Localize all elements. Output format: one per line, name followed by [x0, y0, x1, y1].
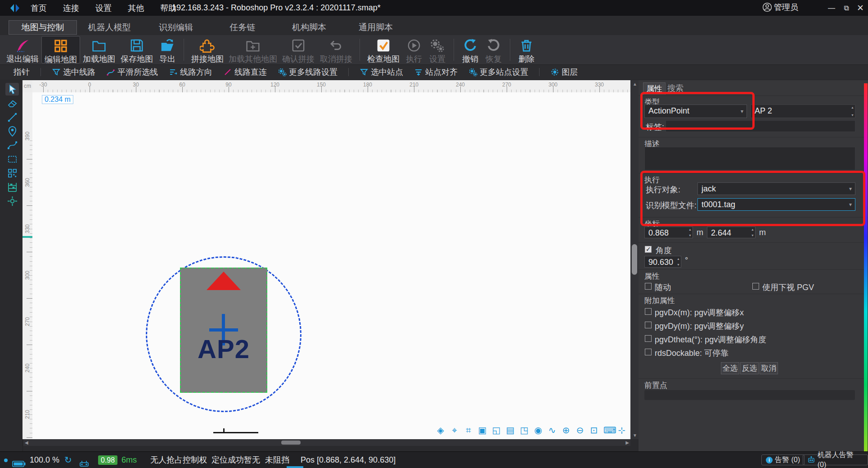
extra-attr-checkbox[interactable] — [645, 349, 652, 355]
delete-button[interactable]: 删除 — [515, 36, 538, 64]
extra-attr-checkbox[interactable] — [645, 308, 652, 315]
zoom-out-icon[interactable]: ⊖ — [576, 425, 585, 436]
spinner-arrows-icon[interactable]: ▲▼ — [677, 257, 680, 266]
pose-icon[interactable]: ⌖ — [450, 425, 459, 436]
downward-pgv-checkbox[interactable] — [752, 283, 759, 290]
pan-icon[interactable]: ⊹ — [617, 425, 626, 436]
zoom-window-icon[interactable]: ▣ — [478, 425, 487, 436]
close-button[interactable]: ✕ — [854, 0, 867, 16]
line-tool[interactable] — [5, 111, 19, 123]
visibility-icon[interactable]: ◉ — [534, 425, 543, 436]
alarm-button[interactable]: i 告警 (0) — [761, 454, 805, 465]
front-point-list[interactable] — [644, 390, 855, 400]
tab-task-chain[interactable]: 任务链 — [209, 21, 276, 34]
undo-button[interactable]: 撤销 — [459, 36, 482, 64]
zoom-in-icon[interactable]: ⊕ — [562, 425, 571, 436]
menu-other[interactable]: 其他 — [125, 2, 147, 14]
panel-tab-properties[interactable]: 属性 — [643, 82, 666, 95]
select-station-tool[interactable]: 选中站点 — [360, 67, 403, 77]
minimize-button[interactable]: — — [825, 0, 838, 16]
menu-settings[interactable]: 设置 — [93, 2, 114, 14]
coord-y-spinner[interactable]: 2.644 ▲▼ — [707, 227, 756, 238]
tag-input[interactable] — [666, 120, 855, 132]
horizontal-scroll-handle[interactable] — [281, 441, 301, 445]
tag-icon[interactable]: ◈ — [436, 425, 445, 436]
more-route-settings-tool[interactable]: 更多线路设置 — [278, 67, 337, 77]
load-other-map-button[interactable]: 加载其他地图 — [226, 36, 279, 64]
scroll-down-icon[interactable]: ▼ — [633, 433, 637, 438]
export-image-icon[interactable]: ◳ — [520, 425, 529, 436]
zoom-fit-icon[interactable]: ⊡ — [589, 425, 598, 436]
route-tool[interactable] — [5, 139, 19, 151]
menu-connect[interactable]: 连接 — [60, 2, 82, 14]
vertical-scrollbar[interactable]: ▲ ▼ — [630, 80, 639, 439]
instance-spinner[interactable]: AP 2 ▲▼ — [751, 105, 855, 118]
coord-x-spinner[interactable]: 0.868 ▲▼ — [644, 227, 693, 238]
spinner-arrows-icon[interactable]: ▲▼ — [751, 228, 754, 237]
smooth-route-tool[interactable]: 平滑所选线 — [106, 67, 158, 77]
qrcode-tool[interactable] — [5, 167, 19, 179]
horizontal-scrollbar[interactable]: ◀ ▶ — [23, 439, 630, 446]
route-direction-tool[interactable]: 线路方向 — [169, 67, 212, 77]
battery-percent: 100.0 % — [30, 452, 59, 468]
type-dropdown[interactable]: ActionPoint ▾ — [644, 105, 747, 118]
snapshot-icon[interactable]: ▤ — [506, 425, 515, 436]
panel-tab-search[interactable]: 搜索 — [665, 82, 686, 94]
select-route-tool[interactable]: 选中线路 — [52, 67, 95, 77]
exec-target-dropdown[interactable]: jack ▾ — [697, 182, 855, 195]
invert-selection-button[interactable]: 反选 — [740, 362, 759, 374]
shelf-tool[interactable] — [5, 181, 19, 193]
restore-button[interactable]: ⧉ — [840, 0, 853, 16]
settings-button[interactable]: 设置 — [426, 36, 449, 64]
tab-general-script[interactable]: 通用脚本 — [342, 21, 409, 34]
spinner-arrows-icon[interactable]: ▲▼ — [688, 228, 692, 237]
more-station-settings-tool[interactable]: 更多站点设置 — [468, 67, 528, 77]
spinner-arrows-icon[interactable]: ▲▼ — [851, 106, 854, 117]
tab-mechanism-script[interactable]: 机构脚本 — [275, 21, 343, 34]
extra-attr-checkbox[interactable] — [645, 335, 652, 342]
pointer-tool[interactable]: 指针 — [13, 67, 30, 77]
run-button[interactable]: 执行 — [402, 36, 426, 64]
area-tool[interactable] — [5, 153, 19, 165]
scroll-right-icon[interactable]: ▶ — [625, 440, 629, 445]
check-map-button[interactable]: 检查地图 — [364, 36, 402, 64]
tab-robot-model[interactable]: 机器人模型 — [76, 21, 143, 34]
cancel-button[interactable]: 取消 — [760, 362, 778, 374]
align-center-icon[interactable]: ⌗ — [464, 425, 473, 436]
station-align-tool[interactable]: 站点对齐 — [414, 67, 458, 77]
export-button[interactable]: 导出 — [156, 36, 179, 64]
load-map-button[interactable]: 加载地图 — [80, 36, 118, 64]
zoom-selection-icon[interactable]: ◱ — [492, 425, 501, 436]
description-textarea[interactable] — [644, 147, 855, 170]
follow-checkbox[interactable] — [645, 283, 652, 290]
save-map-button[interactable]: 保存地图 — [118, 36, 156, 64]
measure-icon[interactable]: ∿ — [548, 425, 557, 436]
redo-button[interactable]: 恢复 — [482, 36, 505, 64]
exit-edit-button[interactable]: 退出编辑 — [4, 36, 41, 64]
select-all-button[interactable]: 全选 — [721, 362, 739, 374]
tab-recognition-edit[interactable]: 识别编辑 — [142, 21, 210, 34]
angle-checkbox[interactable] — [645, 246, 652, 253]
route-straight-tool[interactable]: 线路直连 — [223, 67, 267, 77]
angle-spinner[interactable]: 90.630 ▲▼ — [644, 256, 681, 268]
user-menu[interactable]: 管理员 — [762, 2, 798, 13]
station-tool[interactable] — [5, 125, 19, 137]
extra-attr-checkbox[interactable] — [645, 322, 652, 328]
scroll-left-icon[interactable]: ◀ — [25, 440, 28, 445]
stitch-map-button[interactable]: 拼接地图 — [189, 36, 226, 64]
map-canvas[interactable]: 0.234 m AP2 ◈⌖⌗▣◱▤◳◉∿⊕⊖⊡⌨⊹ — [32, 92, 630, 439]
scroll-up-icon[interactable]: ▲ — [633, 82, 637, 86]
tab-map-control[interactable]: 地图与控制 — [9, 20, 77, 35]
layers-tool[interactable]: 图层 — [550, 67, 578, 77]
edit-map-button[interactable]: 编辑地图 — [41, 36, 80, 64]
keyboard-icon[interactable]: ⌨ — [603, 425, 612, 436]
model-file-dropdown[interactable]: t0001.tag ▾ — [697, 198, 855, 211]
eraser-tool[interactable] — [5, 97, 19, 109]
menu-home[interactable]: 首页 — [28, 2, 49, 14]
vertical-scroll-handle[interactable] — [632, 244, 637, 275]
select-tool[interactable] — [5, 83, 19, 95]
confirm-stitch-button[interactable]: 确认拼接 — [279, 36, 317, 64]
axis-tool[interactable] — [5, 195, 19, 207]
cancel-stitch-button[interactable]: 取消拼接 — [317, 36, 355, 64]
robot-alarm-button[interactable]: 机器人告警 (0) — [803, 454, 868, 465]
